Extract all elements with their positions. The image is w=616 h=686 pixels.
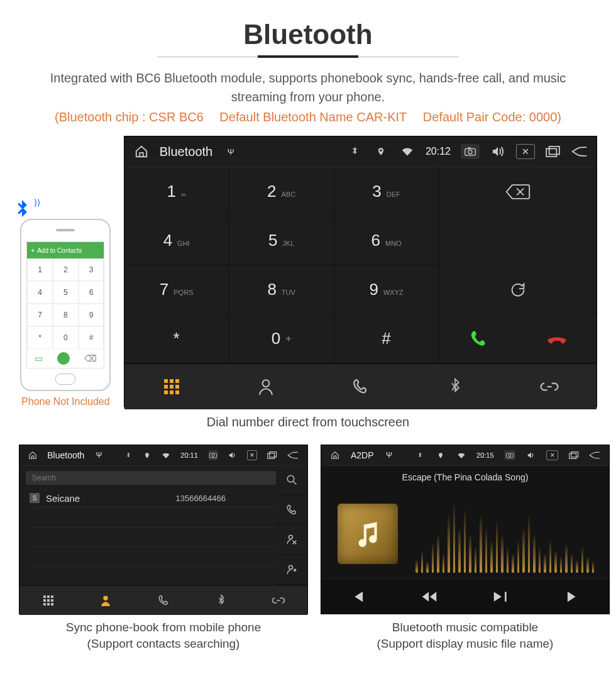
music-screen: A2DP Ψ 20:15 ✕ Escape (The Pina Colada S… <box>321 445 610 614</box>
header: Bluetooth <box>0 0 616 57</box>
close-app-icon[interactable]: ✕ <box>516 144 535 159</box>
spec-chip: (Bluetooth chip : CSR BC6 <box>55 110 204 124</box>
message-icon[interactable]: ▭ <box>35 353 43 363</box>
back-icon[interactable] <box>589 451 600 459</box>
wifi-icon <box>162 453 170 458</box>
phone-key[interactable]: 1 <box>27 258 53 281</box>
bluetooth-icon: ⟩⟩ <box>13 200 31 221</box>
backspace-button[interactable] <box>439 167 597 216</box>
key-8[interactable]: 8TUV <box>229 265 334 314</box>
phonebook-caption-1: Sync phone-book from mobile phone <box>19 621 308 634</box>
phone-key[interactable]: 6 <box>79 281 104 304</box>
album-art <box>338 504 398 564</box>
spec-name: Default Bluetooth Name CAR-KIT <box>219 110 407 124</box>
tab-recent[interactable] <box>313 364 407 409</box>
phone-key[interactable]: 7 <box>27 304 53 326</box>
close-app-icon[interactable]: ✕ <box>247 450 257 460</box>
hangup-button[interactable] <box>518 331 597 346</box>
svg-point-7 <box>212 455 214 457</box>
search-placeholder: Search <box>32 473 56 482</box>
prev-track-button[interactable] <box>321 579 393 614</box>
svg-line-11 <box>293 482 296 485</box>
home-icon[interactable] <box>330 451 341 460</box>
tab-bluetooth[interactable] <box>192 586 250 615</box>
volume-icon[interactable] <box>525 451 536 459</box>
phone-home-button[interactable] <box>55 373 75 385</box>
key-hash[interactable]: # <box>334 314 439 363</box>
dialpad-icon <box>164 379 179 394</box>
bluetooth-status-icon <box>124 452 133 459</box>
camera-icon[interactable] <box>461 144 480 159</box>
close-app-icon[interactable]: ✕ <box>546 450 558 460</box>
tab-dialpad[interactable] <box>124 364 219 409</box>
phonebook-caption-2: (Support contacts searching) <box>19 637 308 651</box>
phone-key[interactable]: 4 <box>27 281 53 304</box>
call-button[interactable] <box>439 329 518 348</box>
svg-point-15 <box>289 565 293 569</box>
key-0[interactable]: 0+ <box>229 314 334 363</box>
location-icon <box>373 147 389 157</box>
contact-initial-badge: S <box>30 493 40 503</box>
equalizer-visual <box>415 497 594 573</box>
recent-apps-icon[interactable] <box>568 451 579 459</box>
phone-key[interactable]: 2 <box>53 258 79 281</box>
svg-point-1 <box>468 150 472 154</box>
key-5[interactable]: 5JKL <box>229 216 334 265</box>
home-icon[interactable] <box>133 145 150 158</box>
rewind-button[interactable] <box>393 579 466 614</box>
refresh-button[interactable] <box>439 265 597 314</box>
back-icon[interactable] <box>287 451 299 459</box>
tab-contacts[interactable] <box>219 364 313 409</box>
tab-pair[interactable] <box>250 586 307 615</box>
camera-icon[interactable] <box>208 450 218 460</box>
key-7[interactable]: 7PQRS <box>124 265 229 314</box>
search-input[interactable]: Search <box>26 471 276 485</box>
volume-icon[interactable] <box>490 146 506 157</box>
phone-key[interactable]: 3 <box>79 258 104 281</box>
tab-contacts[interactable] <box>77 586 135 615</box>
key-star[interactable]: * <box>124 314 229 363</box>
play-pause-button[interactable] <box>465 579 537 614</box>
svg-rect-9 <box>270 452 277 457</box>
key-3[interactable]: 3DEF <box>334 167 439 216</box>
volume-icon[interactable] <box>228 451 237 459</box>
phone-key[interactable]: 0 <box>53 326 79 349</box>
dial-grid: 1∞ 2ABC 3DEF 4GHI 5JKL 6MNO 7PQRS 8TUV 9… <box>124 167 597 363</box>
tab-recent[interactable] <box>135 586 192 615</box>
location-icon <box>435 452 446 459</box>
dialpad-icon <box>43 595 53 606</box>
svg-point-12 <box>289 536 293 539</box>
phone-app-bar: + Add to Contacts <box>27 242 104 258</box>
phone-bottom: ▭ ⌫ <box>27 349 104 368</box>
key-1[interactable]: 1∞ <box>124 167 229 216</box>
phone-key[interactable]: 8 <box>53 304 79 326</box>
music-controls <box>321 578 609 614</box>
key-6[interactable]: 6MNO <box>334 216 439 265</box>
camera-icon[interactable] <box>504 450 516 460</box>
clock: 20:11 <box>180 451 198 459</box>
svg-rect-19 <box>569 453 576 458</box>
contact-number: 13566664466 <box>175 494 226 503</box>
recent-apps-icon[interactable] <box>267 451 277 459</box>
key-9[interactable]: 9WXYZ <box>334 265 439 314</box>
phone-key[interactable]: 9 <box>79 304 104 326</box>
phone-key[interactable]: 5 <box>53 281 79 304</box>
recent-apps-icon[interactable] <box>545 146 561 157</box>
key-2[interactable]: 2ABC <box>229 167 334 216</box>
search-button[interactable] <box>276 465 307 495</box>
delete-contact-button[interactable] <box>276 525 307 555</box>
contact-row[interactable]: S Seicane 13566664466 <box>30 489 276 508</box>
phone-call-button[interactable] <box>57 352 70 365</box>
tab-bluetooth[interactable] <box>407 364 502 409</box>
sync-contacts-button[interactable] <box>276 555 307 585</box>
tab-dialpad[interactable] <box>19 586 77 615</box>
key-4[interactable]: 4GHI <box>124 216 229 265</box>
next-track-button[interactable] <box>537 579 610 614</box>
tab-pair[interactable] <box>502 364 597 409</box>
call-button[interactable] <box>276 495 307 526</box>
phone-key[interactable]: * <box>27 326 53 349</box>
back-icon[interactable] <box>571 146 588 157</box>
phone-key[interactable]: # <box>79 326 104 349</box>
backspace-icon[interactable]: ⌫ <box>84 353 97 363</box>
home-icon[interactable] <box>28 451 37 460</box>
